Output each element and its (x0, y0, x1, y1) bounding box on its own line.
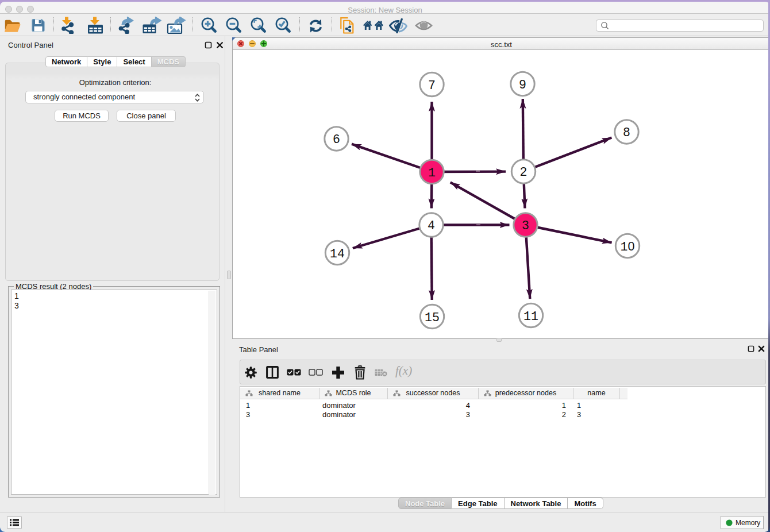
svg-text:14: 14 (330, 247, 345, 261)
svg-text:2: 2 (520, 165, 528, 179)
svg-text:10: 10 (621, 240, 635, 254)
svg-text:1: 1 (428, 166, 436, 180)
svg-text:11: 11 (523, 310, 538, 323)
svg-text:3: 3 (522, 219, 529, 233)
svg-text:6: 6 (333, 133, 340, 147)
svg-text:9: 9 (519, 78, 526, 92)
svg-text:15: 15 (425, 311, 440, 325)
svg-text:4: 4 (428, 219, 435, 233)
svg-text:7: 7 (428, 79, 436, 92)
svg-text:8: 8 (623, 126, 630, 140)
